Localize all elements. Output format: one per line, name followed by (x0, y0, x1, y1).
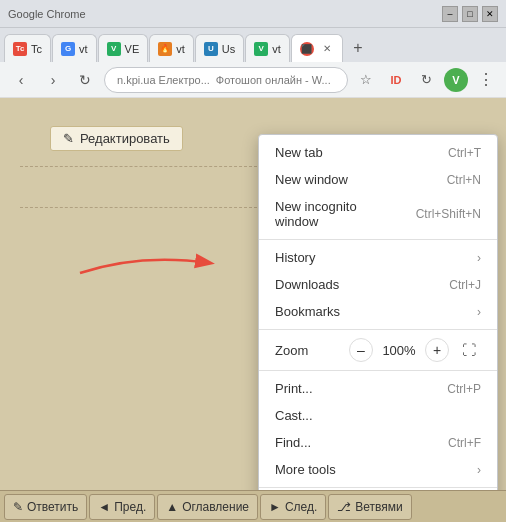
branches-icon: ⎇ (337, 500, 351, 514)
tab-vt3[interactable]: V vt (245, 34, 290, 62)
prev-label: Пред. (114, 500, 146, 514)
new-tab-button[interactable]: + (344, 34, 372, 62)
menu-item-new-incognito-label: New incognito window (275, 199, 396, 229)
arrow-svg (60, 243, 260, 293)
zoom-label: Zoom (275, 343, 308, 358)
menu-item-new-tab-shortcut: Ctrl+T (448, 146, 481, 160)
tab-label-fire: vt (176, 43, 185, 55)
menu-item-cast[interactable]: Cast... (259, 402, 497, 429)
menu-item-cast-label: Cast... (275, 408, 481, 423)
zoom-plus-button[interactable]: + (425, 338, 449, 362)
menu-item-downloads[interactable]: Downloads Ctrl+J (259, 271, 497, 298)
forward-button[interactable]: › (40, 67, 66, 93)
tab-favicon-vt3: V (254, 42, 268, 56)
zoom-value: 100% (381, 343, 417, 358)
menu-item-new-tab-label: New tab (275, 145, 428, 160)
tab-label-tc: Tc (31, 43, 42, 55)
menu-item-new-tab[interactable]: New tab Ctrl+T (259, 139, 497, 166)
menu-icon[interactable]: ⋮ (474, 68, 498, 92)
profile-icon[interactable]: V (444, 68, 468, 92)
address-bar-icons: ☆ ID ↻ V ⋮ (354, 68, 498, 92)
reply-icon: ✎ (13, 500, 23, 514)
tab-us[interactable]: U Us (195, 34, 244, 62)
reply-button[interactable]: ✎ Ответить (4, 494, 87, 520)
title-bar: Google Chrome – □ ✕ (0, 0, 506, 28)
next-label: След. (285, 500, 317, 514)
menu-item-new-window[interactable]: New window Ctrl+N (259, 166, 497, 193)
menu-item-bookmarks[interactable]: Bookmarks › (259, 298, 497, 325)
back-button[interactable]: ‹ (8, 67, 34, 93)
zoom-fullscreen-button[interactable]: ⛶ (457, 338, 481, 362)
menu-item-bookmarks-label: Bookmarks (275, 304, 469, 319)
menu-separator-3 (259, 370, 497, 371)
page-content: ✎ Редактировать (0, 98, 506, 490)
menu-item-new-window-label: New window (275, 172, 427, 187)
menu-item-new-incognito[interactable]: New incognito window Ctrl+Shift+N (259, 193, 497, 235)
menu-item-downloads-label: Downloads (275, 277, 429, 292)
menu-item-history-arrow: › (477, 251, 481, 265)
toc-label: Оглавление (182, 500, 249, 514)
address-input[interactable]: n.kpi.ua Електро... Фотошоп онлайн - W..… (104, 67, 348, 93)
tab-favicon-tc: Tc (13, 42, 27, 56)
translate-icon[interactable]: ↻ (414, 68, 438, 92)
zoom-controls: – 100% + ⛶ (349, 338, 481, 362)
menu-zoom-row: Zoom – 100% + ⛶ (259, 334, 497, 366)
menu-item-find-label: Find... (275, 435, 428, 450)
menu-item-new-incognito-shortcut: Ctrl+Shift+N (416, 207, 481, 221)
tab-label-vt3: vt (272, 43, 281, 55)
menu-item-more-tools[interactable]: More tools › (259, 456, 497, 483)
edit-icon: ✎ (63, 131, 74, 146)
next-button[interactable]: ► След. (260, 494, 326, 520)
bottom-toolbar: ✎ Ответить ◄ Пред. ▲ Оглавление ► След. … (0, 490, 506, 522)
tab-g[interactable]: G vt (52, 34, 97, 62)
menu-item-print[interactable]: Print... Ctrl+P (259, 375, 497, 402)
maximize-button[interactable]: □ (462, 6, 478, 22)
id-icon[interactable]: ID (384, 68, 408, 92)
title-text: Google Chrome (8, 8, 86, 20)
tab-label-us: Us (222, 43, 235, 55)
tab-favicon-stop: ⬛ (300, 42, 314, 56)
refresh-button[interactable]: ↻ (72, 67, 98, 93)
menu-separator-4 (259, 487, 497, 488)
menu-item-print-shortcut: Ctrl+P (447, 382, 481, 396)
next-icon: ► (269, 500, 281, 514)
tab-favicon-fire: 🔥 (158, 42, 172, 56)
tab-fire[interactable]: 🔥 vt (149, 34, 194, 62)
menu-item-print-label: Print... (275, 381, 427, 396)
branches-label: Ветвями (355, 500, 402, 514)
arrow-annotation (60, 243, 260, 293)
menu-item-downloads-shortcut: Ctrl+J (449, 278, 481, 292)
zoom-minus-button[interactable]: – (349, 338, 373, 362)
toc-button[interactable]: ▲ Оглавление (157, 494, 258, 520)
window-controls: – □ ✕ (442, 6, 498, 22)
branches-button[interactable]: ⎇ Ветвями (328, 494, 411, 520)
tab-tc[interactable]: Tc Tc (4, 34, 51, 62)
menu-item-find-shortcut: Ctrl+F (448, 436, 481, 450)
title-bar-left: Google Chrome (8, 8, 86, 20)
tab-close-stop[interactable]: ✕ (320, 42, 334, 56)
toc-icon: ▲ (166, 500, 178, 514)
tab-stop[interactable]: ⬛ ✕ (291, 34, 343, 62)
address-text-right: Фотошоп онлайн - W... (216, 74, 331, 86)
menu-separator-1 (259, 239, 497, 240)
tab-favicon-g: G (61, 42, 75, 56)
minimize-button[interactable]: – (442, 6, 458, 22)
tab-favicon-us: U (204, 42, 218, 56)
close-button[interactable]: ✕ (482, 6, 498, 22)
edit-label: Редактировать (80, 131, 170, 146)
edit-page-button[interactable]: ✎ Редактировать (50, 126, 183, 151)
address-text-left: n.kpi.ua Електро... (117, 74, 210, 86)
menu-item-history-label: History (275, 250, 469, 265)
bookmark-icon[interactable]: ☆ (354, 68, 378, 92)
reply-label: Ответить (27, 500, 78, 514)
prev-button[interactable]: ◄ Пред. (89, 494, 155, 520)
menu-item-bookmarks-arrow: › (477, 305, 481, 319)
context-menu: New tab Ctrl+T New window Ctrl+N New inc… (258, 134, 498, 490)
menu-item-more-tools-label: More tools (275, 462, 469, 477)
tab-bar: Tc Tc G vt V VE 🔥 vt U Us V vt ⬛ ✕ + (0, 28, 506, 62)
menu-item-history[interactable]: History › (259, 244, 497, 271)
menu-item-find[interactable]: Find... Ctrl+F (259, 429, 497, 456)
prev-icon: ◄ (98, 500, 110, 514)
tab-vt2[interactable]: V VE (98, 34, 149, 62)
address-bar: ‹ › ↻ n.kpi.ua Електро... Фотошоп онлайн… (0, 62, 506, 98)
